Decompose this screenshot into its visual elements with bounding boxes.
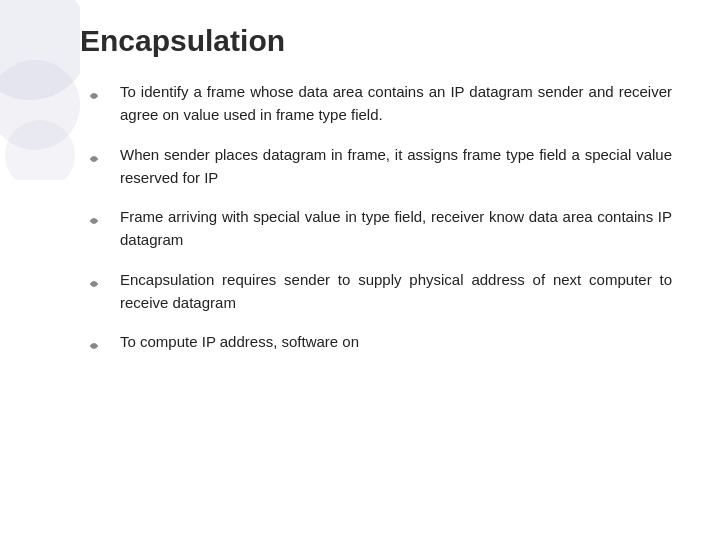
bullet-icon-5: [80, 331, 112, 363]
slide-content: Encapsulation To identify a frame whose …: [0, 0, 720, 540]
bullet-list: To identify a frame whose data area cont…: [80, 80, 672, 363]
bullet-text-1: To identify a frame whose data area cont…: [120, 80, 672, 127]
bullet-item-3: Frame arriving with special value in typ…: [80, 205, 672, 252]
bullet-icon-1: [80, 81, 112, 113]
bullet-item-2: When sender places datagram in frame, it…: [80, 143, 672, 190]
bullet-icon-3: [80, 206, 112, 238]
bullet-text-2: When sender places datagram in frame, it…: [120, 143, 672, 190]
bullet-icon-2: [80, 144, 112, 176]
bullet-item-1: To identify a frame whose data area cont…: [80, 80, 672, 127]
bullet-text-4: Encapsulation requires sender to supply …: [120, 268, 672, 315]
bullet-item-4: Encapsulation requires sender to supply …: [80, 268, 672, 315]
slide-title: Encapsulation: [80, 24, 672, 58]
bullet-icon-4: [80, 269, 112, 301]
bullet-text-5: To compute IP address, software on: [120, 330, 672, 353]
bullet-text-3: Frame arriving with special value in typ…: [120, 205, 672, 252]
bullet-item-5: To compute IP address, software on: [80, 330, 672, 363]
